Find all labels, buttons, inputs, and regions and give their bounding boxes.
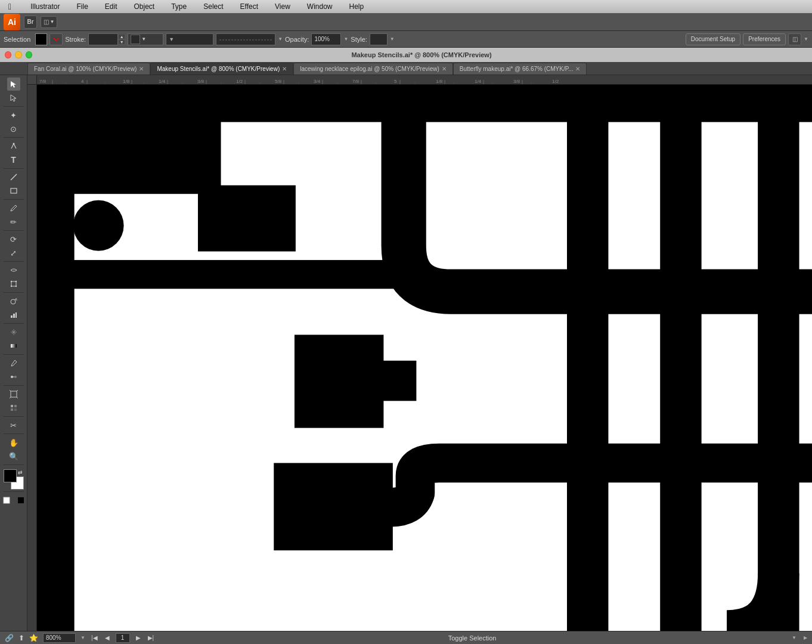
preferences-button[interactable]: Preferences bbox=[743, 33, 786, 45]
direct-selection-tool[interactable] bbox=[7, 91, 20, 104]
style-dropdown-arrow[interactable]: ▼ bbox=[390, 36, 395, 42]
swap-colors-icon[interactable]: ⇄ bbox=[18, 469, 24, 475]
opacity-input[interactable]: 100% bbox=[311, 33, 341, 45]
svg-point-1 bbox=[13, 143, 14, 145]
menu-help[interactable]: Help bbox=[346, 1, 368, 12]
nav-prev-page[interactable]: ◀ bbox=[104, 634, 111, 641]
opacity-label: Opacity: bbox=[285, 36, 309, 43]
artboard-tool[interactable] bbox=[7, 388, 20, 401]
status-forward-arrow[interactable]: ▶ bbox=[804, 635, 807, 640]
menu-object[interactable]: Object bbox=[131, 1, 159, 12]
zoom-button[interactable] bbox=[26, 51, 32, 58]
status-icon-share[interactable]: ⬆ bbox=[18, 634, 24, 642]
rotate-tool[interactable]: ⟳ bbox=[7, 233, 20, 246]
rectangle-tool[interactable] bbox=[7, 184, 20, 197]
status-icon-star[interactable]: ⭐ bbox=[29, 634, 38, 642]
menu-edit[interactable]: Edit bbox=[101, 1, 121, 12]
svg-point-7 bbox=[10, 286, 11, 287]
stroke-weight-down[interactable]: ▼ bbox=[118, 39, 125, 45]
stroke-style-dropdown[interactable]: ▼ bbox=[166, 33, 213, 45]
status-icon-link[interactable]: 🔗 bbox=[5, 634, 14, 642]
eyedropper-tool[interactable] bbox=[7, 357, 20, 370]
brush-definition-preview[interactable] bbox=[216, 33, 275, 45]
apple-menu[interactable]:  bbox=[5, 1, 15, 13]
mesh-tool[interactable] bbox=[7, 326, 20, 339]
workspace-switcher[interactable]: ◫ ▼ bbox=[41, 16, 57, 28]
pen-tool[interactable] bbox=[7, 140, 20, 153]
hand-tool[interactable]: ✋ bbox=[7, 436, 20, 449]
stroke-color-box[interactable]: ▼ bbox=[128, 33, 163, 45]
normal-mode-btn[interactable] bbox=[0, 494, 13, 507]
menu-window[interactable]: Window bbox=[303, 1, 336, 12]
blend-tool[interactable] bbox=[7, 370, 20, 383]
symbol-sprayer-tool[interactable] bbox=[7, 295, 20, 308]
free-transform-tool[interactable] bbox=[7, 277, 20, 290]
selection-tool[interactable] bbox=[7, 78, 20, 91]
tab-fan-coral[interactable]: Fan Coral.ai @ 100% (CMYK/Preview) ✕ bbox=[27, 63, 150, 75]
tab-butterfly-label: Butterfly makeup.ai* @ 66.67% (CMYK/P... bbox=[460, 66, 574, 72]
tab-makeup-stencils[interactable]: Makeup Stencils.ai* @ 800% (CMYK/Preview… bbox=[150, 63, 293, 75]
status-dropdown-arrow[interactable]: ▼ bbox=[792, 635, 796, 640]
menu-select[interactable]: Select bbox=[200, 1, 227, 12]
tab-lacewing-close[interactable]: ✕ bbox=[442, 66, 447, 72]
tool-separator-6 bbox=[4, 261, 24, 262]
svg-rect-4 bbox=[11, 281, 16, 286]
screen-mode-btn[interactable] bbox=[14, 494, 27, 507]
window-title: Makeup Stencils.ai* @ 800% (CMYK/Preview… bbox=[36, 51, 807, 58]
scale-tool[interactable]: ⤢ bbox=[7, 246, 20, 259]
lasso-tool[interactable]: ⊙ bbox=[7, 122, 20, 135]
menu-illustrator[interactable]: Illustrator bbox=[27, 1, 63, 12]
slice-tool[interactable] bbox=[7, 401, 20, 414]
paintbrush-tool[interactable] bbox=[7, 202, 20, 215]
close-button[interactable] bbox=[5, 51, 11, 58]
nav-last-page[interactable]: ▶| bbox=[147, 634, 156, 641]
pencil-tool[interactable]: ✏ bbox=[7, 215, 20, 228]
menu-type[interactable]: Type bbox=[168, 1, 190, 12]
artwork-canvas[interactable] bbox=[37, 85, 812, 631]
menu-view[interactable]: View bbox=[271, 1, 294, 12]
stroke-weight-input[interactable] bbox=[88, 33, 118, 45]
svg-point-15 bbox=[14, 376, 17, 378]
brush-dropdown-arrow[interactable]: ▼ bbox=[278, 36, 283, 42]
gradient-tool[interactable] bbox=[7, 339, 20, 352]
svg-rect-85 bbox=[72, 119, 221, 194]
zoom-tool[interactable]: 🔍 bbox=[7, 450, 20, 463]
menu-file[interactable]: File bbox=[73, 1, 91, 12]
svg-rect-88 bbox=[72, 260, 405, 289]
zoom-dropdown-arrow[interactable]: ▼ bbox=[80, 635, 85, 640]
bridge-button[interactable]: Br bbox=[24, 16, 37, 29]
tool-separator-13 bbox=[4, 465, 24, 465]
scissors-tool[interactable]: ✂ bbox=[7, 419, 20, 432]
page-number[interactable]: 1 bbox=[116, 633, 130, 643]
svg-rect-10 bbox=[11, 315, 13, 318]
nav-first-page[interactable]: |◀ bbox=[90, 634, 99, 641]
magic-wand-tool[interactable]: ✦ bbox=[7, 109, 20, 122]
tab-butterfly-close[interactable]: ✕ bbox=[575, 66, 580, 72]
arrange-icon[interactable]: ◫ bbox=[788, 33, 801, 45]
fill-options-icon[interactable] bbox=[49, 33, 63, 45]
tab-lacewing[interactable]: lacewing necklace epilog.ai @ 50% (CMYK/… bbox=[293, 63, 453, 75]
tab-butterfly[interactable]: Butterfly makeup.ai* @ 66.67% (CMYK/P...… bbox=[453, 63, 587, 75]
tab-fan-coral-close[interactable]: ✕ bbox=[139, 66, 144, 72]
zoom-input[interactable]: 800% bbox=[43, 633, 76, 643]
document-setup-button[interactable]: Document Setup bbox=[686, 33, 741, 45]
svg-text:1/2: 1/2 bbox=[236, 79, 243, 84]
minimize-button[interactable] bbox=[15, 51, 21, 58]
stroke-weight-up[interactable]: ▲ bbox=[118, 34, 125, 39]
type-tool[interactable]: T bbox=[7, 153, 20, 166]
arrange-dropdown-arrow[interactable]: ▼ bbox=[804, 36, 808, 42]
opacity-dropdown-arrow[interactable]: ▼ bbox=[343, 36, 348, 42]
svg-rect-13 bbox=[11, 344, 17, 348]
menu-effect[interactable]: Effect bbox=[237, 1, 262, 12]
style-swatch[interactable] bbox=[370, 33, 388, 45]
svg-text:7/8: 7/8 bbox=[39, 79, 47, 84]
stroke-weight-arrows[interactable]: ▲ ▼ bbox=[118, 34, 125, 45]
fill-color-swatch[interactable] bbox=[35, 33, 47, 45]
tool-separator-11 bbox=[4, 416, 24, 417]
foreground-color-swatch[interactable] bbox=[4, 469, 17, 482]
line-tool[interactable] bbox=[7, 171, 20, 184]
column-graph-tool[interactable] bbox=[7, 308, 20, 321]
nav-next-page[interactable]: ▶ bbox=[135, 634, 142, 641]
tab-makeup-stencils-close[interactable]: ✕ bbox=[282, 66, 287, 72]
warp-tool[interactable] bbox=[7, 264, 20, 277]
